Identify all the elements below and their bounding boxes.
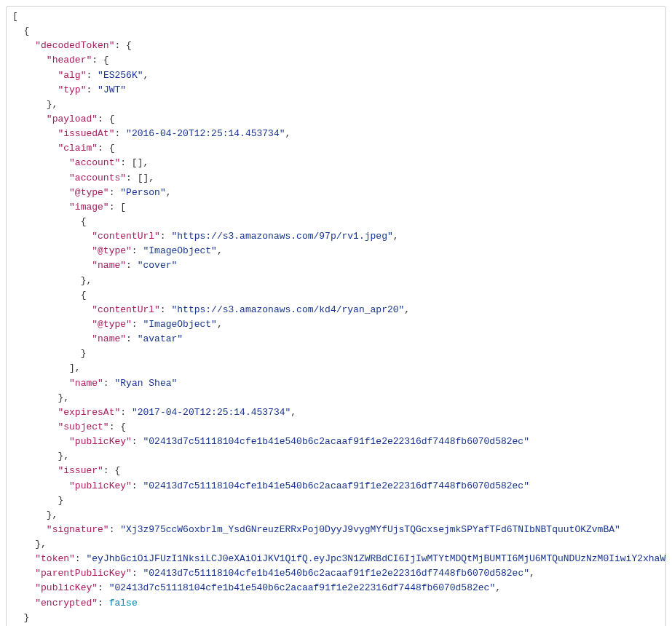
json-line: "@type": "ImageObject", bbox=[12, 244, 660, 258]
val-img1-url: https://s3.amazonaws.com/kd4/ryan_apr20 bbox=[177, 304, 398, 315]
json-line: "name": "avatar" bbox=[12, 332, 660, 346]
key-encrypted: encrypted bbox=[41, 598, 92, 609]
json-line: "issuer": { bbox=[12, 464, 660, 478]
val-img0-url: https://s3.amazonaws.com/97p/rv1.jpeg bbox=[177, 231, 387, 242]
json-line: }, bbox=[12, 508, 660, 523]
json-line: "claim": { bbox=[12, 141, 660, 156]
json-line: { bbox=[12, 215, 660, 229]
json-line: }, bbox=[12, 537, 660, 552]
key-name: name bbox=[98, 333, 120, 344]
json-line: "payload": { bbox=[12, 112, 660, 127]
json-line: "contentUrl": "https://s3.amazonaws.com/… bbox=[12, 303, 660, 317]
val-issuedAt: 2016-04-20T12:25:14.453734 bbox=[132, 128, 280, 139]
key-issuer: issuer bbox=[63, 465, 98, 476]
json-line: "publicKey": "02413d7c51118104cfe1b41e54… bbox=[12, 581, 660, 595]
key-publicKey: publicKey bbox=[75, 436, 126, 447]
val-type-person: Person bbox=[126, 187, 160, 198]
key-typ: typ bbox=[63, 84, 80, 95]
json-line: { bbox=[12, 24, 660, 39]
key-subject: subject bbox=[63, 421, 103, 432]
json-line: "image": [ bbox=[12, 200, 660, 215]
json-line: } bbox=[12, 611, 660, 625]
json-line: "contentUrl": "https://s3.amazonaws.com/… bbox=[12, 229, 660, 244]
json-line: "@type": "ImageObject", bbox=[12, 317, 660, 332]
key-parentPublicKey: parentPublicKey bbox=[41, 568, 126, 579]
key-publicKey: publicKey bbox=[75, 480, 126, 491]
val-alg: ES256K bbox=[103, 70, 138, 81]
json-line: "account": [], bbox=[12, 156, 660, 170]
key-name: name bbox=[75, 378, 98, 389]
key-type: @type bbox=[98, 319, 126, 330]
json-line: "name": "cover" bbox=[12, 258, 660, 273]
json-line: { bbox=[12, 288, 660, 303]
json-line: "header": { bbox=[12, 53, 660, 68]
key-claim: claim bbox=[63, 143, 92, 154]
val-publicKey: 02413d7c51118104cfe1b41e540b6c2acaaf91f1… bbox=[114, 582, 489, 593]
val-img1-type: ImageObject bbox=[149, 319, 211, 330]
json-line: "decodedToken": { bbox=[12, 39, 660, 53]
json-line: "issuedAt": "2016-04-20T12:25:14.453734"… bbox=[12, 127, 660, 141]
json-line: "encrypted": false bbox=[12, 596, 660, 611]
val-typ: JWT bbox=[103, 84, 120, 95]
val-subject-pk: 02413d7c51118104cfe1b41e540b6c2acaaf91f1… bbox=[149, 436, 523, 447]
key-expiresAt: expiresAt bbox=[63, 407, 114, 418]
key-signature: signature bbox=[52, 524, 103, 535]
val-token: eyJhbGciOiJFUzI1NksiLCJ0eXAiOiJKV1QifQ.e… bbox=[92, 553, 666, 564]
json-line: "name": "Ryan Shea" bbox=[12, 376, 660, 391]
json-line: "@type": "Person", bbox=[12, 186, 660, 200]
val-claim-name: Ryan Shea bbox=[120, 378, 171, 389]
val-img0-type: ImageObject bbox=[149, 245, 211, 256]
json-line: "accounts": [], bbox=[12, 171, 660, 186]
key-type: @type bbox=[98, 245, 126, 256]
val-expiresAt: 2017-04-20T12:25:14.453734 bbox=[138, 407, 285, 418]
key-type: @type bbox=[75, 187, 103, 198]
val-encrypted: false bbox=[109, 598, 138, 609]
key-payload: payload bbox=[52, 114, 92, 124]
json-line: "publicKey": "02413d7c51118104cfe1b41e54… bbox=[12, 479, 660, 494]
json-line: "token": "eyJhbGciOiJFUzI1NksiLCJ0eXAiOi… bbox=[12, 552, 660, 566]
val-img1-name: avatar bbox=[143, 333, 177, 344]
json-line: "subject": { bbox=[12, 420, 660, 435]
json-line: }, bbox=[12, 98, 660, 112]
key-token: token bbox=[41, 553, 69, 564]
key-account: account bbox=[75, 157, 115, 168]
key-publicKey: publicKey bbox=[41, 582, 92, 593]
val-img0-name: cover bbox=[143, 260, 171, 271]
key-image: image bbox=[75, 202, 103, 213]
key-alg: alg bbox=[63, 70, 80, 81]
json-line: } bbox=[12, 494, 660, 508]
json-line: "expiresAt": "2017-04-20T12:25:14.453734… bbox=[12, 405, 660, 420]
val-issuer-pk: 02413d7c51118104cfe1b41e540b6c2acaaf91f1… bbox=[149, 480, 523, 491]
val-signature: Xj3z975ccW6oxbrlm_YsdGNreuzERRxPoj0DyyJ9… bbox=[126, 524, 614, 535]
key-contentUrl: contentUrl bbox=[98, 304, 154, 315]
val-parentPublicKey: 02413d7c51118104cfe1b41e540b6c2acaaf91f1… bbox=[149, 568, 523, 579]
json-line: }, bbox=[12, 274, 660, 288]
json-line: [ bbox=[12, 9, 660, 24]
json-line: "publicKey": "02413d7c51118104cfe1b41e54… bbox=[12, 435, 660, 449]
json-line: }, bbox=[12, 391, 660, 405]
json-line: "alg": "ES256K", bbox=[12, 68, 660, 83]
key-contentUrl: contentUrl bbox=[98, 231, 154, 242]
key-name: name bbox=[98, 260, 120, 271]
json-line: "parentPublicKey": "02413d7c51118104cfe1… bbox=[12, 566, 660, 581]
json-line: ], bbox=[12, 361, 660, 376]
json-line: "typ": "JWT" bbox=[12, 83, 660, 98]
json-line: } bbox=[12, 346, 660, 361]
key-accounts: accounts bbox=[75, 173, 120, 183]
key-decodedToken: decodedToken bbox=[41, 40, 109, 51]
json-line: "signature": "Xj3z975ccW6oxbrlm_YsdGNreu… bbox=[12, 523, 660, 537]
key-header: header bbox=[52, 55, 87, 66]
key-issuedAt: issuedAt bbox=[63, 128, 108, 139]
json-viewer: [ { "decodedToken": { "header": { "alg":… bbox=[6, 6, 666, 626]
json-line: }, bbox=[12, 449, 660, 464]
